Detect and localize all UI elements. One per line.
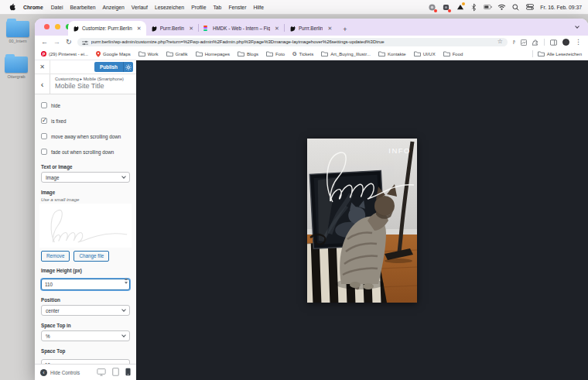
all-bookmarks-folder[interactable]: Alle Lesezeichen [538,51,582,56]
menu-datei[interactable]: Datei [51,5,63,10]
number-spinner[interactable] [125,278,128,284]
preview-info-link[interactable]: INFO [388,146,411,155]
folder-icon [378,51,385,56]
bookmark-pinterest[interactable]: P(29) Pinterest - ei... [41,51,88,56]
bookmark-label: Tickets [299,52,313,56]
maps-pin-icon [96,51,101,57]
forward-button[interactable]: → [53,39,60,46]
hide-controls-label[interactable]: Hide Controls [50,370,80,375]
collapse-sidebar-icon[interactable]: ‹ [40,369,47,376]
browser-menu-kebab-icon[interactable]: ⋮ [575,39,582,46]
menubar-app-name[interactable]: Chrome [23,5,43,10]
back-button[interactable]: ← [41,39,48,46]
bookmark-label: Alle Lesezeichen [547,52,582,56]
bookmark-uiux[interactable]: UI/UX [414,51,436,56]
bookmark-label: Food [453,52,463,56]
folder-icon[interactable] [5,56,28,73]
menu-profile[interactable]: Profile [191,5,206,10]
position-select[interactable]: center [41,305,130,316]
tab-close-icon[interactable]: ✕ [327,26,332,32]
image-height-input[interactable] [41,279,130,290]
window-close-button[interactable] [44,24,50,29]
apple-icon[interactable] [9,3,15,12]
back-section-button[interactable]: ‹ [35,74,50,94]
chevron-down-icon [121,174,126,179]
profile-avatar[interactable] [562,39,569,46]
checkbox-label: is fixed [51,118,67,124]
tab-search-button[interactable] [573,22,582,32]
desktop-preview-icon[interactable] [97,365,106,379]
window-minimize-button[interactable] [55,24,60,29]
tab-customize-purrr[interactable]: Customize: Purrr.Berlin ✕ [68,21,146,36]
mobile-site-preview-photo[interactable]: INFO [307,139,417,303]
close-customizer-icon[interactable]: ✕ [35,60,50,74]
bluetooth-icon[interactable] [470,3,478,12]
folder-icon[interactable] [6,21,29,37]
extension-icon-1[interactable]: ſᵗ [513,39,515,45]
reload-button[interactable]: ↻ [66,39,72,46]
menu-tab[interactable]: Tab [213,5,221,10]
space-top-in-select[interactable]: % [41,330,130,341]
tablet-preview-icon[interactable] [112,365,119,379]
menu-verlauf[interactable]: Verlauf [132,5,148,10]
tab-figma[interactable]: HMDK - Web - Intern – Figma ✕ [199,21,284,36]
change-file-button[interactable]: Change file [74,251,109,262]
checkbox-row-is-fixed[interactable]: is fixed [41,118,130,124]
bookmark-kontakte[interactable]: Kontakte [378,51,406,56]
bookmark-food[interactable]: Food [443,51,463,56]
bookmark-blogs[interactable]: Blogs [238,51,258,56]
control-center-icon[interactable] [525,3,534,12]
app-status-icon-2[interactable] [442,3,450,12]
checkbox-row-move-away[interactable]: move away when scrolling down [41,133,130,139]
tab-purrr-1[interactable]: Purrr.Berlin ✕ [146,21,198,36]
hide-checkbox[interactable] [41,102,47,108]
fade-out-checkbox[interactable] [41,149,47,155]
tab-close-icon[interactable]: ✕ [275,26,279,32]
menu-anzeigen[interactable]: Anzeigen [102,5,124,10]
select-value: center [46,308,122,313]
bookmark-star-icon[interactable]: ☆ [497,39,503,45]
publish-button[interactable]: Publish [94,62,123,72]
checkbox-row-fade-out[interactable]: fade out when scrolling down [41,149,130,155]
bookmark-tickets[interactable]: GTickets [292,51,313,56]
extensions-puzzle-icon[interactable] [532,35,538,49]
menu-hilfe[interactable]: Hilfe [253,5,264,10]
desktop-folder-1[interactable]: 00_Intern [2,21,34,43]
address-bar[interactable]: purrr.berlin/wp-admin/customize.php?retu… [77,38,508,46]
is-fixed-checkbox[interactable] [41,118,47,124]
image-section-label: Image [41,190,130,195]
checkbox-row-hide[interactable]: hide [41,102,130,108]
menubar-clock[interactable]: Fr. 16. Feb. 09:37 [540,5,582,10]
wifi-icon[interactable] [497,3,506,12]
menu-bearbeiten[interactable]: Bearbeiten [70,5,96,10]
site-settings-icon[interactable] [82,35,88,49]
tab-purrr-2[interactable]: Purrr.Berlin ✕ [285,21,337,36]
bookmark-label: Foto [275,52,285,56]
checkbox-label: hide [51,103,60,108]
app-status-icon-1[interactable] [428,3,436,12]
text-or-image-select[interactable]: Image [41,172,130,183]
bookmark-work[interactable]: Work [138,51,159,56]
menu-lesezeichen[interactable]: Lesezeichen [155,5,184,10]
bookmark-art-buying[interactable]: Art_Buying_Illustr... [321,51,371,56]
menu-fenster[interactable]: Fenster [228,5,246,10]
desktop-folder-2[interactable]: Ottergrab [0,56,32,79]
bookmark-google-maps[interactable]: Google Maps [96,51,131,57]
bookmark-homepages[interactable]: Homepages [196,51,230,56]
spotlight-icon[interactable] [511,3,520,12]
battery-icon[interactable] [484,3,492,12]
logo-image-preview[interactable] [39,204,132,248]
new-tab-button[interactable]: + [343,26,347,33]
url-text[interactable]: purrr.berlin/wp-admin/customize.php?retu… [91,39,494,44]
bookmark-grafik[interactable]: Grafik [166,51,188,56]
remove-button[interactable]: Remove [41,251,70,262]
side-panel-icon[interactable] [550,35,557,49]
move-away-checkbox[interactable] [41,133,47,139]
publish-settings-gear-icon[interactable] [123,62,133,72]
tab-close-icon[interactable]: ✕ [137,26,142,32]
mobile-preview-icon[interactable] [125,365,131,379]
slack-status-icon[interactable] [456,3,464,12]
bookmark-foto[interactable]: Foto [266,51,285,56]
tab-close-icon[interactable]: ✕ [189,26,193,32]
extension-icon-2[interactable] [521,35,527,49]
